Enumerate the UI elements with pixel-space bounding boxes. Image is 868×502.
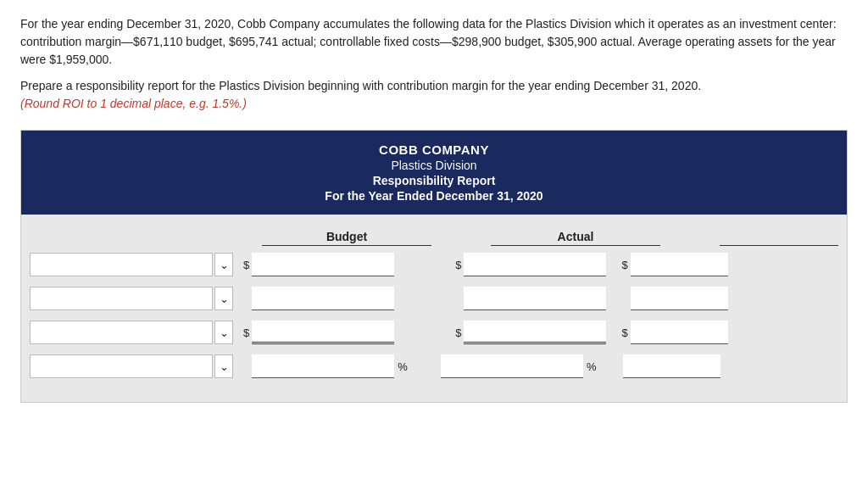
diff-input-3[interactable] [631,321,728,344]
diff-input-1[interactable] [631,253,728,276]
row-label-wrap: ⌄ [30,354,233,378]
dropdown-icon-4[interactable]: ⌄ [214,354,233,378]
dollar-sign-budget-3: $ [243,326,249,339]
dollar-sign-diff-3: $ [621,326,627,339]
diff-input-4[interactable] [623,354,721,378]
dropdown-icon-1[interactable]: ⌄ [214,253,233,276]
dropdown-icon-3[interactable]: ⌄ [214,321,233,344]
row-label-wrap: ⌄ [30,321,233,344]
budget-column-header: Budget [262,230,431,246]
column-headers: Budget Actual [21,223,847,249]
company-name: COBB COMPANY [30,142,838,157]
table-row: ⌄ $ $ $ [21,283,847,314]
right-col-2: $ [611,287,727,310]
report-title: Responsibility Report [30,174,838,187]
row-label-input-4[interactable] [30,354,213,378]
actual-column-header: Actual [491,230,660,246]
actual-input-4[interactable] [441,354,583,378]
actual-input-3[interactable] [464,321,606,344]
table-row: ⌄ $ $ $ [21,249,847,280]
right-col-3: $ [611,321,727,344]
prepare-text: Prepare a responsibility report for the … [20,79,701,92]
intro-paragraph: For the year ending December 31, 2020, C… [20,15,848,69]
dollar-sign-budget-1: $ [243,259,249,271]
actual-input-1[interactable] [464,253,606,276]
division-name: Plastics Division [30,159,838,172]
intro-section: For the year ending December 31, 2020, C… [0,0,868,130]
diff-column-header [720,243,838,246]
actual-input-2[interactable] [464,287,606,310]
budget-input-4[interactable] [252,354,394,378]
row-label-wrap: ⌄ [30,253,233,276]
table-row: ⌄ $ % $ % $ [21,351,847,382]
dollar-sign-actual-1: $ [455,259,461,271]
row-label-input-1[interactable] [30,253,213,276]
right-col-1: $ [611,253,727,276]
diff-input-2[interactable] [631,287,728,310]
right-col-4: $ [604,354,721,378]
budget-input-1[interactable] [252,253,394,276]
row-label-input-2[interactable] [30,287,213,310]
budget-input-2[interactable] [252,287,394,310]
table-row: ⌄ $ $ $ [21,317,847,348]
row-label-input-3[interactable] [30,321,213,344]
report-period: For the Year Ended December 31, 2020 [30,189,838,203]
budget-input-3[interactable] [252,321,394,344]
round-note: (Round ROI to 1 decimal place, e.g. 1.5%… [20,97,247,110]
row-label-wrap: ⌄ [30,287,233,310]
dollar-sign-actual-3: $ [455,326,461,339]
dollar-sign-diff-1: $ [621,259,627,271]
pct-sign-budget: % [398,360,408,373]
report-body: Budget Actual ⌄ $ $ $ ⌄ [21,215,847,402]
dropdown-icon-2[interactable]: ⌄ [214,287,233,310]
report-container: COBB COMPANY Plastics Division Responsib… [20,130,848,403]
prepare-paragraph: Prepare a responsibility report for the … [20,77,848,113]
pct-sign-actual: % [587,360,597,373]
report-header: COBB COMPANY Plastics Division Responsib… [21,131,847,215]
